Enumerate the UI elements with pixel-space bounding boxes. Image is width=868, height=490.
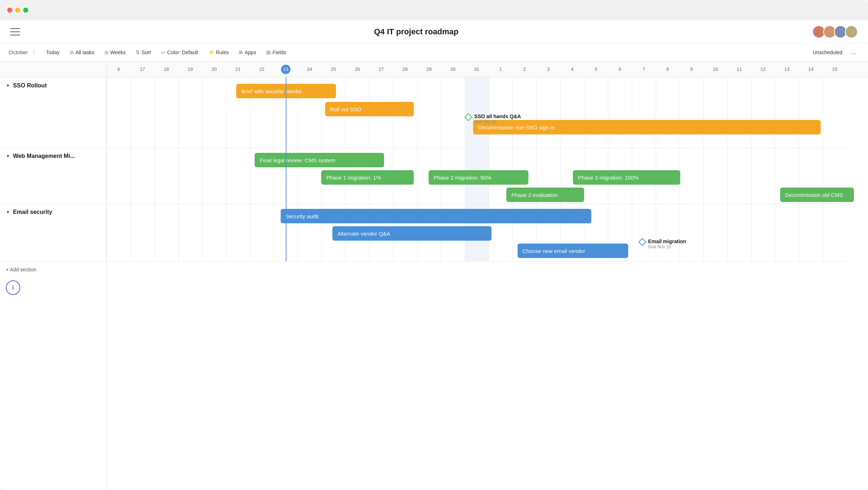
sort-button[interactable]: ⇅ Sort [131,47,155,57]
weeks-button[interactable]: ◎ Weeks [100,47,130,57]
grid-line [512,77,513,147]
grid-line [775,204,775,261]
task-bar[interactable]: Alternate vendor Q&A [332,226,492,241]
page-title: Q4 IT project roadmap [20,27,812,36]
date-number: 21 [233,65,243,74]
maximize-button[interactable] [23,8,28,13]
grid-line [727,148,728,203]
date-cell-21: 21 [226,65,250,74]
date-cell-5: 5 [584,65,608,74]
grid-line [703,77,704,147]
grid-line [131,148,131,203]
section-title-sso: SSO Rollout [13,82,47,89]
all-tasks-button[interactable]: ◎ All tasks [65,47,99,57]
grid-line [226,148,226,203]
fields-button[interactable]: ▤ Fields [262,47,290,57]
gantt-row-sso: Brief with security vendorRoll out SSODe… [107,77,847,148]
grid-line [178,77,179,147]
grid-line [823,204,823,261]
menu-button[interactable] [10,28,20,35]
date-number: 29 [424,65,434,74]
collapse-arrow-web[interactable]: ▼ [6,154,10,159]
task-bar[interactable]: Decommission old CMS [780,188,854,202]
date-number: 3 [544,65,553,74]
date-cell-27: 27 [369,65,393,74]
grid-line [656,77,656,147]
sidebar-item-web: ▼ Web Management Mi... [0,148,106,204]
date-number: 17 [138,65,147,74]
collapse-arrow-email[interactable]: ▼ [6,210,10,215]
grid-line [799,77,799,147]
date-number: 7 [639,65,648,74]
date-cell-3: 3 [536,65,560,74]
milestone[interactable]: SSO all hands Q&ADue Oct 31 [465,113,521,124]
date-number: 26 [353,65,362,74]
grid-line [727,204,728,261]
minimize-button[interactable] [15,8,20,13]
task-bar[interactable]: Security audit [281,209,591,223]
milestone-due: Due Nov 10 [648,244,686,249]
task-bar[interactable]: Decommission non-SSO sign in [473,120,821,134]
grid-line [154,204,155,261]
date-cell-6: 6 [107,65,131,74]
date-number: 6 [114,65,123,74]
grid-icon: ⊞ [239,50,243,55]
task-bar[interactable]: Final legal review: CMS system [255,153,384,167]
add-section-button[interactable]: + Add section [0,262,106,278]
today-button[interactable]: Today [42,47,64,57]
grid-line [202,77,203,147]
apps-button[interactable]: ⊞ Apps [234,47,260,57]
date-number: 5 [591,65,601,74]
grid-line [250,148,250,203]
task-bar[interactable]: Phase 2 evaluation [506,188,584,202]
grid-line [274,204,274,261]
sidebar-header [0,61,106,77]
more-button[interactable]: ... [848,47,859,57]
task-bar[interactable]: Phase 3 migration: 100% [573,170,680,185]
grid-line [680,204,680,261]
color-icon: ▭ [161,50,165,55]
grid-line [656,204,656,261]
unscheduled-button[interactable]: Unscheduled [808,47,847,57]
date-cell-23: 23 [274,65,298,74]
grid-line [131,77,131,147]
date-cell-1: 1 [489,65,512,74]
date-cell-15: 15 [823,65,847,74]
date-cell-11: 11 [727,65,751,74]
collapse-arrow-sso[interactable]: ▼ [6,83,10,88]
date-cell-2: 2 [512,65,536,74]
avatar[interactable] [845,25,858,38]
task-bar[interactable]: Phase 1 migration: 1% [321,170,414,185]
grid-line [107,204,107,261]
date-number: 19 [186,65,195,74]
grid-line [489,77,489,147]
grid-line [751,77,752,147]
task-bar[interactable]: Roll out SSO [325,102,414,116]
grid-line [417,77,417,147]
grid-line [226,77,226,147]
date-number: 25 [329,65,338,74]
grid-line [608,77,608,147]
grid-line [178,204,179,261]
date-cell-19: 19 [178,65,202,74]
task-bar[interactable]: Phase 2 migration: 50% [429,170,528,185]
date-cell-12: 12 [751,65,775,74]
color-button[interactable]: ▭ Color: Default [157,47,203,57]
grid-line [536,77,537,147]
rules-button[interactable]: ⚡ Rules [204,47,233,57]
grid-line [154,148,155,203]
task-bar[interactable]: Choose new email vendor [518,244,629,258]
grid-line [226,204,226,261]
date-number: 11 [735,65,744,74]
lightning-icon: ⚡ [208,50,214,55]
gantt-body: Brief with security vendorRoll out SSODe… [107,77,868,262]
date-number: 27 [376,65,386,74]
info-button[interactable]: i [6,280,20,295]
close-button[interactable] [7,8,12,13]
date-number: 28 [400,65,410,74]
milestone[interactable]: Email migrationDue Nov 10 [639,238,686,249]
date-number: 22 [257,65,267,74]
gantt-row-email: Security auditAlternate vendor Q&AChoose… [107,204,847,262]
date-number: 23 [281,65,290,74]
date-number: 18 [162,65,171,74]
